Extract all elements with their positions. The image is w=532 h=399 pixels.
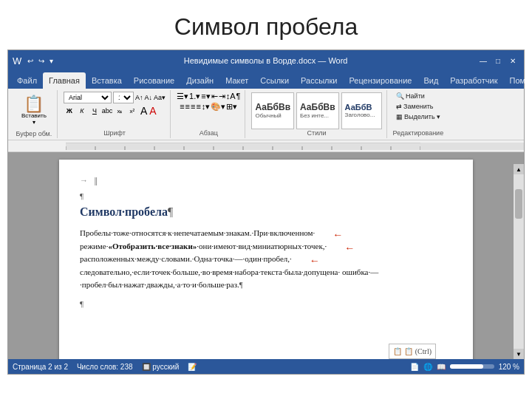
- tab-mailings[interactable]: Рассылки: [295, 72, 343, 89]
- strikethrough-btn[interactable]: abc: [101, 105, 113, 117]
- paste-label: Вставить: [21, 112, 47, 119]
- view-web-btn[interactable]: 🌐: [423, 363, 432, 371]
- underline-btn[interactable]: Ч: [89, 105, 100, 117]
- word-icon: W: [13, 55, 21, 66]
- tab-file[interactable]: Файл: [11, 72, 43, 89]
- select-btn[interactable]: ▦ Выделить ▾: [394, 112, 443, 121]
- change-case-btn[interactable]: Аа▾: [154, 94, 166, 101]
- clipboard-label: Буфер обм.: [16, 130, 52, 137]
- multilevel-btn[interactable]: ≡▾: [201, 92, 210, 101]
- sort-btn[interactable]: ↕A: [226, 92, 236, 101]
- status-bar: Страница 2 из 2 Число слов: 238 🔲 русски…: [8, 359, 524, 374]
- restore-btn[interactable]: □: [491, 55, 505, 66]
- show-marks-btn[interactable]: ¶: [236, 92, 241, 101]
- tab-layout[interactable]: Макет: [219, 72, 254, 89]
- document-body: Пробелы·тоже·относятся·к·непечатаемым·зн…: [80, 227, 452, 292]
- page-title: Символ пробела: [0, 0, 532, 50]
- style-normal-label: Обычный: [255, 112, 290, 119]
- align-right-btn[interactable]: ≡: [191, 102, 195, 112]
- spell-check-icon: 📝: [188, 363, 197, 371]
- scroll-thumb[interactable]: [515, 189, 522, 219]
- decrease-indent-btn[interactable]: ⇤: [211, 92, 218, 101]
- font-name-select[interactable]: Arial: [64, 92, 112, 103]
- tab-review[interactable]: Рецензирование: [343, 72, 417, 89]
- align-justify-btn[interactable]: ≡: [196, 102, 200, 112]
- paste-btn[interactable]: 📋 Вставить ▾: [16, 92, 52, 130]
- quick-access-toolbar: ↩ ↪ ▾: [26, 57, 55, 65]
- page-info: Страница 2 из 2: [13, 363, 68, 371]
- clipboard-content: 📋 Вставить ▾: [16, 92, 52, 130]
- body-pilcrow: ¶: [239, 280, 243, 289]
- find-section: 🔍 Найти ⇄ Заменить ▦ Выделить ▾: [394, 92, 443, 121]
- tab-home[interactable]: Главная: [43, 72, 86, 89]
- minimize-btn[interactable]: —: [477, 55, 490, 66]
- shading-btn[interactable]: 🎨▾: [211, 102, 225, 112]
- tab-references[interactable]: Ссылки: [254, 72, 295, 89]
- font-color-btn[interactable]: A: [149, 105, 156, 117]
- ruler: [8, 140, 524, 152]
- ribbon-content: 📋 Вставить ▾ Буфер обм. Arial 12: [8, 89, 524, 140]
- arrow-3: ←: [310, 253, 320, 269]
- font-label: Шрифт: [103, 129, 126, 137]
- scroll-down-btn[interactable]: ▼: [514, 349, 524, 359]
- grow-font-btn[interactable]: A↑: [135, 94, 143, 101]
- redo-btn[interactable]: ↪: [37, 57, 46, 65]
- view-normal-btn[interactable]: 📄: [410, 363, 419, 371]
- numbering-btn[interactable]: 1.▾: [189, 92, 200, 101]
- tab-draw[interactable]: Рисование: [128, 72, 180, 89]
- tab-view[interactable]: Вид: [417, 72, 444, 89]
- shrink-font-btn[interactable]: A↓: [144, 94, 152, 101]
- bullets-btn[interactable]: ☰▾: [177, 92, 188, 101]
- close-btn[interactable]: ✕: [506, 55, 519, 66]
- superscript-btn[interactable]: x²: [126, 105, 138, 117]
- scroll-up-btn[interactable]: ▲: [514, 164, 524, 174]
- tab-insert[interactable]: Вставка: [86, 72, 128, 89]
- subscript-btn[interactable]: x₂: [114, 105, 126, 117]
- word-window: W ↩ ↪ ▾ Невидимые символы в Ворде.docx —…: [7, 50, 525, 375]
- styles-content: АаБбВв Обычный АаБбВв Без инте... АаБбВ …: [251, 92, 381, 129]
- style-normal-preview: АаБбВв: [255, 102, 290, 112]
- undo-btn[interactable]: ↩: [26, 57, 35, 65]
- document-scroll[interactable]: → ‖ ¶ Символ·пробела¶ Пробелы·тоже·относ…: [8, 152, 524, 359]
- find-btn[interactable]: 🔍 Найти: [394, 92, 443, 100]
- tab-developer[interactable]: Разработчик: [444, 72, 503, 89]
- italic-btn[interactable]: К: [76, 105, 88, 117]
- window-controls: — □ ✕: [477, 55, 519, 66]
- increase-indent-btn[interactable]: ⇥: [219, 92, 225, 101]
- style-no-spacing-preview: АаБбВв: [300, 102, 335, 112]
- style-heading[interactable]: АаБбВ Заголово...: [341, 92, 382, 129]
- font-selectors: Arial 12 A↑ A↓ Аа▾: [64, 92, 166, 103]
- para-mark-before: ¶: [80, 190, 452, 202]
- font-size-select[interactable]: 12: [113, 92, 134, 103]
- vertical-scrollbar[interactable]: ▲ ▼: [514, 164, 524, 359]
- replace-btn[interactable]: ⇄ Заменить: [394, 102, 443, 111]
- borders-btn[interactable]: ⊞▾: [226, 102, 237, 112]
- highlight-btn[interactable]: A: [140, 105, 147, 117]
- customize-btn[interactable]: ▾: [48, 57, 55, 65]
- ribbon-tabs: Файл Главная Вставка Рисование Дизайн Ма…: [8, 71, 524, 89]
- ctrl-popup: 📋 📋 (Ctrl): [389, 344, 436, 359]
- font-group: Arial 12 A↑ A↓ Аа▾ Ж К Ч abc x₂ x² A: [59, 90, 171, 138]
- paragraph-content: ☰▾ 1.▾ ≡▾ ⇤ ⇥ ↕A ¶ ≡ ≡ ≡ ≡ ↕▾ 🎨▾ ⊞▾: [177, 92, 240, 129]
- search-icon: 🔍: [396, 92, 406, 100]
- style-normal[interactable]: АаБбВв Обычный: [251, 92, 294, 129]
- language-indicator: 🔲 русский: [142, 363, 180, 371]
- clipboard-group: 📋 Вставить ▾ Буфер обм.: [11, 90, 58, 138]
- tab-help[interactable]: Помощь: [503, 72, 532, 89]
- styles-group: АаБбВв Обычный АаБбВв Без инте... АаБбВ …: [247, 90, 386, 138]
- zoom-bar: [450, 364, 494, 369]
- indent-arrow-1: →: [80, 174, 88, 187]
- style-heading-label: Заголово...: [345, 112, 378, 118]
- align-left-btn[interactable]: ≡: [180, 102, 184, 112]
- title-bar-left: W ↩ ↪ ▾: [13, 55, 55, 66]
- align-center-btn[interactable]: ≡: [185, 102, 190, 112]
- tab-design[interactable]: Дизайн: [180, 72, 219, 89]
- paragraph-label: Абзац: [200, 129, 218, 137]
- view-read-btn[interactable]: 📖: [437, 363, 446, 371]
- line-spacing-btn[interactable]: ↕▾: [202, 102, 211, 112]
- style-no-spacing[interactable]: АаБбВв Без инте...: [296, 92, 339, 129]
- document-area: → ‖ ¶ Символ·пробела¶ Пробелы·тоже·относ…: [8, 152, 524, 359]
- document-heading: Символ·пробела¶: [80, 203, 452, 221]
- bold-btn[interactable]: Ж: [64, 105, 75, 117]
- replace-label: Заменить: [403, 103, 433, 110]
